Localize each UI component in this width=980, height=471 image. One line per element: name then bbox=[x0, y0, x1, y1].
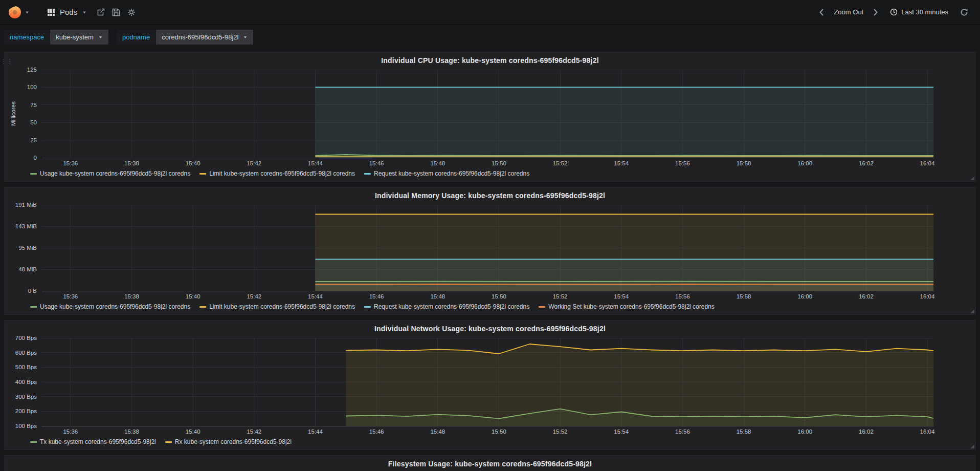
caret-down-icon bbox=[82, 10, 87, 15]
panel-title[interactable]: Individual Memory Usage: kube-system cor… bbox=[10, 189, 970, 202]
svg-text:0: 0 bbox=[34, 155, 37, 161]
svg-text:15:56: 15:56 bbox=[675, 293, 690, 299]
memory-usage-chart[interactable]: 0 B48 MiB95 MiB143 MiB191 MiB15:3615:381… bbox=[10, 202, 969, 301]
save-icon bbox=[112, 8, 120, 16]
svg-text:15:52: 15:52 bbox=[553, 160, 568, 166]
svg-text:15:54: 15:54 bbox=[614, 160, 629, 166]
svg-text:16:00: 16:00 bbox=[797, 160, 812, 166]
apps-grid-icon bbox=[47, 8, 55, 16]
time-range-button[interactable]: Last 30 minutes bbox=[886, 5, 952, 19]
legend-item[interactable]: Working Set kube-system coredns-695f96dc… bbox=[539, 303, 715, 310]
panel-title[interactable]: Individual Network Usage: kube-system co… bbox=[10, 323, 970, 335]
svg-text:15:46: 15:46 bbox=[369, 160, 384, 166]
panel-cpu-usage: Individual CPU Usage: kube-system coredn… bbox=[4, 52, 976, 182]
legend-item[interactable]: Request kube-system coredns-695f96dcd5-9… bbox=[364, 170, 529, 177]
svg-text:15:56: 15:56 bbox=[675, 160, 690, 166]
svg-text:15:42: 15:42 bbox=[247, 429, 261, 435]
panel-resize-handle[interactable] bbox=[970, 309, 974, 313]
svg-text:700 Bps: 700 Bps bbox=[15, 335, 37, 341]
svg-text:15:42: 15:42 bbox=[247, 293, 261, 299]
svg-text:15:36: 15:36 bbox=[63, 429, 78, 435]
svg-text:16:00: 16:00 bbox=[797, 429, 812, 435]
svg-text:15:44: 15:44 bbox=[308, 293, 323, 299]
svg-text:300 Bps: 300 Bps bbox=[15, 394, 37, 400]
svg-text:15:58: 15:58 bbox=[737, 160, 751, 166]
settings-button[interactable] bbox=[124, 5, 139, 19]
svg-text:15:48: 15:48 bbox=[430, 160, 445, 166]
navbar: Pods bbox=[0, 0, 980, 25]
svg-text:16:04: 16:04 bbox=[920, 160, 935, 166]
panel-resize-handle[interactable] bbox=[970, 444, 974, 448]
variable-select-podname[interactable]: coredns-695f96dcd5-98j2l bbox=[156, 30, 253, 45]
svg-text:15:38: 15:38 bbox=[124, 160, 139, 166]
panel-network-usage: Individual Network Usage: kube-system co… bbox=[4, 320, 976, 450]
row-drag-handle[interactable]: ⋮⋮ bbox=[1, 59, 13, 63]
variable-select-namespace[interactable]: kube-system bbox=[50, 30, 108, 45]
svg-text:15:58: 15:58 bbox=[737, 293, 751, 299]
save-button[interactable] bbox=[108, 5, 124, 19]
legend-label: Limit kube-system coredns-695f96dcd5-98j… bbox=[209, 303, 355, 310]
svg-text:16:04: 16:04 bbox=[920, 293, 935, 299]
time-back-button[interactable] bbox=[815, 6, 828, 19]
svg-text:15:40: 15:40 bbox=[186, 160, 201, 166]
svg-text:15:40: 15:40 bbox=[186, 293, 201, 299]
variable-value-namespace: kube-system bbox=[56, 33, 94, 41]
legend-swatch bbox=[165, 441, 172, 443]
grafana-app: Pods bbox=[0, 0, 980, 471]
network-usage-legend: Tx kube-system coredns-695f96dcd5-98j2lR… bbox=[30, 436, 970, 447]
legend-swatch bbox=[199, 306, 206, 308]
svg-text:125: 125 bbox=[27, 67, 37, 73]
grafana-logo bbox=[7, 5, 23, 20]
legend-label: Tx kube-system coredns-695f96dcd5-98j2l bbox=[40, 438, 156, 445]
svg-text:16:02: 16:02 bbox=[859, 160, 874, 166]
grafana-menu-button[interactable] bbox=[4, 3, 33, 22]
legend-item[interactable]: Rx kube-system coredns-695f96dcd5-98j2l bbox=[165, 438, 292, 445]
svg-text:0 B: 0 B bbox=[28, 288, 37, 294]
variable-namespace: namespace kube-system bbox=[4, 30, 108, 45]
cpu-usage-chart[interactable]: 025507510012515:3615:3815:4015:4215:4415… bbox=[10, 67, 969, 168]
legend-item[interactable]: Request kube-system coredns-695f96dcd5-9… bbox=[364, 303, 529, 310]
legend-label: Limit kube-system coredns-695f96dcd5-98j… bbox=[209, 170, 355, 177]
refresh-button[interactable] bbox=[956, 5, 972, 19]
legend-item[interactable]: Limit kube-system coredns-695f96dcd5-98j… bbox=[199, 170, 355, 177]
svg-text:15:50: 15:50 bbox=[492, 160, 506, 166]
svg-text:15:36: 15:36 bbox=[63, 160, 78, 166]
svg-text:15:52: 15:52 bbox=[553, 429, 568, 435]
share-icon bbox=[97, 8, 105, 16]
legend-item[interactable]: Usage kube-system coredns-695f96dcd5-98j… bbox=[30, 170, 190, 177]
svg-text:15:42: 15:42 bbox=[247, 160, 261, 166]
zoom-out-button[interactable]: Zoom Out bbox=[832, 5, 865, 19]
caret-down-icon bbox=[98, 35, 103, 39]
svg-text:50: 50 bbox=[30, 119, 37, 125]
panel-title[interactable]: Filesystem Usage: kube-system coredns-69… bbox=[10, 458, 970, 470]
legend-item[interactable]: Tx kube-system coredns-695f96dcd5-98j2l bbox=[30, 438, 156, 445]
panel-resize-handle[interactable] bbox=[970, 176, 974, 180]
caret-down-icon bbox=[25, 10, 30, 15]
svg-text:400 Bps: 400 Bps bbox=[15, 379, 37, 385]
legend-label: Usage kube-system coredns-695f96dcd5-98j… bbox=[40, 170, 190, 177]
dashboard-picker-button[interactable]: Pods bbox=[41, 5, 93, 19]
svg-text:Millicores: Millicores bbox=[10, 101, 16, 126]
zoom-out-label: Zoom Out bbox=[834, 8, 863, 16]
svg-text:600 Bps: 600 Bps bbox=[15, 350, 37, 356]
time-range-label: Last 30 minutes bbox=[901, 8, 948, 16]
dashboard-body: Individual CPU Usage: kube-system coredn… bbox=[0, 50, 980, 471]
svg-text:15:50: 15:50 bbox=[492, 429, 506, 435]
svg-text:15:48: 15:48 bbox=[430, 293, 445, 299]
network-usage-chart[interactable]: 100 Bps200 Bps300 Bps400 Bps500 Bps600 B… bbox=[10, 335, 969, 436]
variable-podname: podname coredns-695f96dcd5-98j2l bbox=[117, 30, 254, 45]
panel-title[interactable]: Individual CPU Usage: kube-system coredn… bbox=[10, 54, 970, 67]
chevron-left-icon bbox=[819, 9, 824, 16]
svg-text:15:38: 15:38 bbox=[124, 293, 139, 299]
svg-text:15:54: 15:54 bbox=[614, 429, 629, 435]
legend-item[interactable]: Limit kube-system coredns-695f96dcd5-98j… bbox=[199, 303, 355, 310]
svg-text:15:58: 15:58 bbox=[737, 429, 751, 435]
time-forward-button[interactable] bbox=[870, 6, 882, 19]
legend-swatch bbox=[364, 306, 371, 308]
svg-text:16:04: 16:04 bbox=[920, 429, 935, 435]
svg-text:16:02: 16:02 bbox=[859, 293, 874, 299]
gear-icon bbox=[127, 8, 136, 16]
legend-swatch bbox=[199, 173, 206, 175]
legend-item[interactable]: Usage kube-system coredns-695f96dcd5-98j… bbox=[30, 303, 190, 310]
share-button[interactable] bbox=[93, 5, 108, 19]
